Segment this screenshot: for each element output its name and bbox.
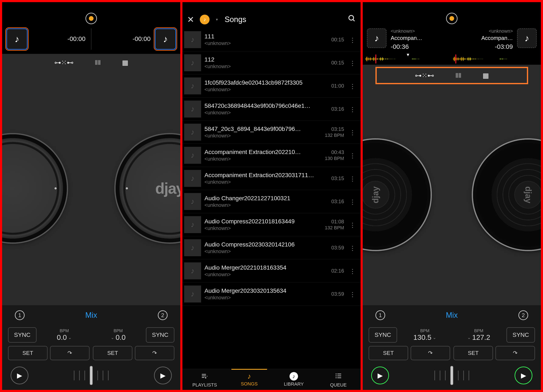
song-text: Audio Changer20221227100321<unknown> — [204, 195, 315, 208]
playlists-icon — [201, 372, 209, 381]
more-icon[interactable]: ⋯ — [349, 150, 356, 161]
channel-2-button[interactable]: 2 — [158, 310, 168, 320]
song-row[interactable]: ♪1fc05f923afdc9e020413cb9872f3305<unknow… — [182, 74, 361, 97]
record-button[interactable] — [446, 13, 458, 24]
more-icon[interactable]: ⋯ — [349, 104, 356, 114]
more-icon[interactable]: ⋯ — [349, 242, 356, 253]
reloop-a-button[interactable]: ↷ — [50, 346, 90, 360]
deck-a-load-slot[interactable]: ♪ — [6, 28, 28, 50]
song-thumb: ♪ — [184, 54, 201, 71]
bpm-b-display[interactable]: BPM ⌄0.0 — [93, 328, 143, 341]
crossfader[interactable] — [33, 367, 150, 384]
song-row[interactable]: ♪Accompaniment Extraction2023031711…<unk… — [182, 167, 361, 190]
channel-2-button[interactable]: 2 — [518, 310, 528, 320]
close-icon[interactable]: ✕ — [187, 15, 194, 24]
deck-a-turntable[interactable]: djay — [363, 84, 452, 305]
waveform-mode-icon[interactable]: ⊶⁙⊷ — [54, 58, 74, 67]
set-cue-b-button[interactable]: SET — [453, 346, 493, 360]
pads-mode-icon[interactable]: ▦ — [122, 58, 128, 67]
more-icon[interactable]: ⋯ — [349, 173, 356, 184]
song-duration: 03:59 — [319, 291, 344, 297]
bpm-a-display[interactable]: BPM 130.5⌄ — [400, 328, 450, 341]
reloop-b-button[interactable]: ↷ — [135, 346, 174, 360]
song-row[interactable]: ♪5847_20c3_6894_8443e9f00b796…<unknown>0… — [182, 121, 361, 144]
bpm-b-display[interactable]: BPM ⌄127.2 — [453, 328, 504, 341]
song-row[interactable]: ♪Audio Changer20221227100321<unknown>03:… — [182, 190, 361, 213]
waveform-overview[interactable]: ▼ — [363, 55, 541, 65]
tab-playlists[interactable]: PLAYLISTS — [182, 369, 227, 390]
song-row[interactable]: ♪Audio Merger20221018163354<unknown>02:1… — [182, 259, 361, 283]
reloop-a-button[interactable]: ↷ — [411, 346, 450, 360]
deck-a-turntable[interactable] — [2, 71, 91, 305]
song-row[interactable]: ♪Accompaniment Extraction202210…<unknown… — [182, 144, 361, 167]
bpm-label: BPM — [113, 328, 123, 333]
song-title: Audio Compress20221018163449 — [204, 218, 315, 225]
deck-b-info[interactable]: <unknown> Accompan… -03:09 — [454, 28, 513, 50]
tab-queue[interactable]: QUEUE — [316, 369, 361, 390]
more-icon[interactable]: ⋯ — [349, 289, 356, 299]
mix-label[interactable]: Mix — [446, 311, 458, 320]
song-duration: 00:15 — [319, 60, 344, 66]
deck-b-waveform[interactable] — [453, 55, 538, 63]
channel-1-button[interactable]: 1 — [375, 310, 385, 320]
more-icon[interactable]: ⋯ — [349, 196, 356, 207]
song-meta: 00:15 — [319, 60, 344, 66]
song-row[interactable]: ♪Audio Merger20230320135634<unknown>03:5… — [182, 283, 361, 306]
song-row[interactable]: ♪112<unknown>00:15⋯ — [182, 51, 361, 74]
mixer-mode-icon[interactable]: ⫴⫴ — [95, 58, 101, 67]
crossfader[interactable] — [393, 367, 510, 384]
more-icon[interactable]: ⋯ — [349, 57, 356, 68]
song-duration: 03:15 — [319, 126, 344, 132]
svg-rect-3 — [338, 374, 341, 374]
set-cue-a-button[interactable]: SET — [369, 346, 408, 360]
sync-a-button[interactable]: SYNC — [8, 327, 36, 343]
channel-1-button[interactable]: 1 — [15, 310, 25, 320]
mix-label[interactable]: Mix — [85, 311, 97, 320]
song-row[interactable]: ♪111<unknown>00:15⋯ — [182, 28, 361, 51]
more-icon[interactable]: ⋯ — [349, 34, 356, 45]
set-cue-a-button[interactable]: SET — [8, 346, 47, 360]
deck-a-info[interactable]: <unknown> Accompan… -00:36 — [391, 28, 450, 50]
sync-row: SYNC BPM 0.0⌄ BPM ⌄0.0 SYNC — [2, 325, 180, 345]
song-row[interactable]: ♪Audio Compress20230320142106<unknown>03… — [182, 236, 361, 259]
more-icon[interactable]: ⋯ — [349, 219, 356, 230]
play-b-button[interactable]: ▶ — [515, 367, 532, 384]
play-a-button[interactable]: ▶ — [371, 367, 389, 384]
play-b-button[interactable]: ▶ — [154, 367, 172, 384]
song-duration: 03:15 — [319, 176, 344, 181]
mixer-mode-icon[interactable]: ⫴⫴ — [455, 72, 461, 80]
search-icon[interactable] — [348, 14, 356, 24]
source-picker[interactable]: ♪ — [200, 15, 209, 24]
sync-b-button[interactable]: SYNC — [507, 327, 535, 343]
bpm-b-value: 0.0 — [116, 333, 125, 341]
pads-mode-icon[interactable]: ▦ — [483, 72, 489, 80]
record-button[interactable] — [85, 13, 97, 24]
set-cue-b-button[interactable]: SET — [93, 346, 132, 360]
song-row[interactable]: ♪584720c368948443e9f00b796c046e1…<unknow… — [182, 97, 361, 121]
crossfader-handle[interactable] — [450, 366, 453, 385]
tab-library[interactable]: ♪ LIBRARY — [272, 369, 316, 390]
library-icon: ♪ — [289, 372, 298, 381]
deck-b-turntable[interactable]: djay — [91, 71, 180, 305]
crossfader-handle[interactable] — [90, 366, 93, 385]
more-icon[interactable]: ⋯ — [349, 266, 356, 276]
bpm-a-display[interactable]: BPM 0.0⌄ — [39, 328, 90, 341]
deck-b-load-slot[interactable]: ♪ — [517, 28, 537, 48]
deck-b-load-slot[interactable]: ♪ — [155, 28, 176, 50]
tab-label: SONGS — [241, 381, 258, 387]
deck-b-turntable[interactable]: djay — [452, 84, 541, 305]
deck-a-load-slot[interactable]: ♪ — [367, 28, 386, 48]
play-a-button[interactable]: ▶ — [11, 367, 28, 384]
reloop-b-button[interactable]: ↷ — [496, 346, 535, 360]
deck-a-waveform[interactable]: ▼ — [365, 55, 451, 63]
waveform-mode-icon[interactable]: ⊶⁙⊷ — [415, 72, 434, 80]
sync-a-button[interactable]: SYNC — [369, 327, 397, 343]
deck-a-time: -00:36 — [391, 43, 450, 50]
more-icon[interactable]: ⋯ — [349, 81, 356, 91]
more-icon[interactable]: ⋯ — [349, 127, 356, 137]
song-row[interactable]: ♪Audio Compress20221018163449<unknown>01… — [182, 213, 361, 236]
tab-songs[interactable]: ♪ SONGS — [227, 369, 272, 390]
library-tabs: PLAYLISTS ♪ SONGS ♪ LIBRARY QUEUE — [182, 369, 361, 390]
sync-b-button[interactable]: SYNC — [146, 327, 174, 343]
song-list[interactable]: ♪111<unknown>00:15⋯♪112<unknown>00:15⋯♪1… — [182, 28, 361, 369]
